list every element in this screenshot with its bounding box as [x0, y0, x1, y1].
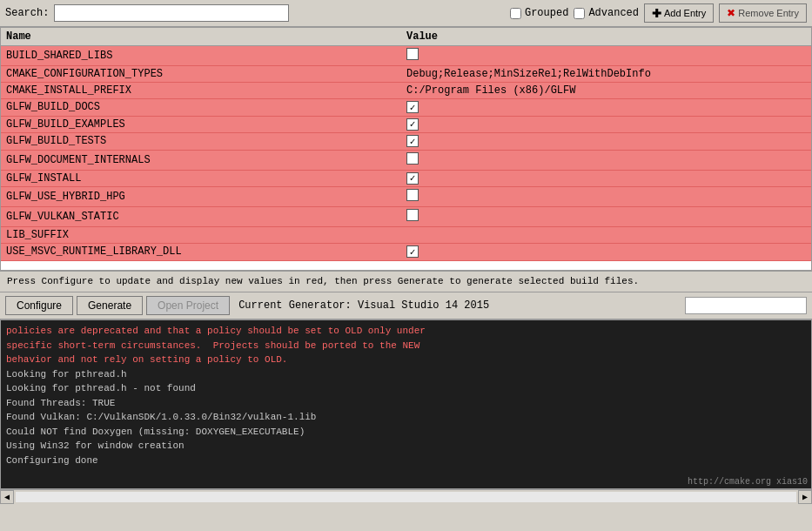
table-cell-name: CMAKE_INSTALL_PREFIX	[1, 83, 401, 99]
table-cell-name: GLFW_BUILD_TESTS	[1, 133, 401, 151]
scroll-track	[16, 492, 796, 502]
table-row[interactable]: GLFW_USE_HYBRID_HPG	[1, 187, 811, 207]
log-line: behavior and not rely on setting a polic…	[6, 353, 806, 367]
table-cell-name: GLFW_USE_HYBRID_HPG	[1, 187, 401, 207]
table-cell-value[interactable]	[401, 116, 811, 133]
table-row[interactable]: CMAKE_CONFIGURATION_TYPESDebug;Release;M…	[1, 66, 811, 83]
table-cell-value[interactable]: Debug;Release;MinSizeRel;RelWithDebInfo	[401, 66, 811, 83]
generator-label: Current Generator: Visual Studio 14 2015	[238, 299, 489, 312]
table-row[interactable]: GLFW_BUILD_DOCS	[1, 99, 811, 117]
log-line: Using Win32 for window creation	[6, 439, 806, 454]
grouped-checkbox[interactable]	[510, 8, 521, 19]
table-cell-value[interactable]	[401, 170, 811, 187]
value-checkbox[interactable]	[406, 245, 419, 258]
grouped-label: Grouped	[525, 7, 568, 19]
col-header-name: Name	[1, 28, 401, 46]
table-row[interactable]: GLFW_BUILD_EXAMPLES	[1, 116, 811, 133]
log-line: Found Threads: TRUE	[6, 396, 806, 411]
table-cell-name: BUILD_SHARED_LIBS	[1, 46, 401, 66]
table-cell-value[interactable]	[401, 46, 811, 66]
table-row[interactable]: USE_MSVC_RUNTIME_LIBRARY_DLL	[1, 244, 811, 261]
generator-search-input[interactable]	[685, 297, 807, 314]
configure-button[interactable]: Configure	[5, 296, 73, 315]
advanced-checkbox[interactable]	[574, 8, 585, 19]
table-cell-name: GLFW_BUILD_EXAMPLES	[1, 116, 401, 133]
table-cell-value[interactable]	[401, 133, 811, 151]
horizontal-scrollbar: ◀ ▶	[0, 489, 812, 503]
log-line: Found Vulkan: C:/VulkanSDK/1.0.33.0/Bin3…	[6, 410, 806, 425]
table-cell-value[interactable]	[401, 187, 811, 207]
table-cell-value[interactable]	[401, 99, 811, 117]
table-cell-name: GLFW_INSTALL	[1, 170, 401, 187]
table-header-row: Name Value	[1, 28, 811, 46]
x-icon: ✖	[727, 7, 735, 19]
log-line: Configuring done	[6, 454, 806, 468]
value-checkbox[interactable]	[406, 48, 419, 60]
table-row[interactable]: LIB_SUFFIX	[1, 227, 811, 244]
action-buttons-row: Configure Generate Open Project Current …	[0, 292, 812, 319]
log-line: policies are deprecated and that a polic…	[6, 324, 806, 339]
table-row[interactable]: GLFW_BUILD_TESTS	[1, 133, 811, 151]
table-row[interactable]: GLFW_VULKAN_STATIC	[1, 207, 811, 227]
table-row[interactable]: BUILD_SHARED_LIBS	[1, 46, 811, 66]
table-cell-value[interactable]	[401, 150, 811, 170]
table-cell-name: GLFW_VULKAN_STATIC	[1, 207, 401, 227]
value-checkbox[interactable]	[406, 118, 419, 131]
table-row[interactable]: CMAKE_INSTALL_PREFIXC:/Program Files (x8…	[1, 83, 811, 99]
advanced-label: Advanced	[588, 7, 639, 19]
watermark: http://cmake.org xias10	[688, 477, 808, 487]
value-checkbox[interactable]	[406, 135, 419, 147]
search-input[interactable]	[54, 4, 289, 22]
remove-entry-button[interactable]: ✖ Remove Entry	[719, 3, 807, 23]
table-cell-value[interactable]: C:/Program Files (x86)/GLFW	[401, 83, 811, 99]
grouped-checkbox-group: Grouped	[510, 7, 568, 19]
log-line: Looking for pthread.h - not found	[6, 381, 806, 396]
table-cell-name: CMAKE_CONFIGURATION_TYPES	[1, 66, 401, 83]
add-entry-button[interactable]: ✚ Add Entry	[644, 3, 714, 23]
table-row[interactable]: GLFW_DOCUMENT_INTERNALS	[1, 150, 811, 170]
log-line: Could NOT find Doxygen (missing: DOXYGEN…	[6, 425, 806, 440]
table-cell-value[interactable]	[401, 227, 811, 244]
value-checkbox[interactable]	[406, 152, 419, 165]
table-cell-name: GLFW_BUILD_DOCS	[1, 99, 401, 117]
log-line: Looking for pthread.h	[6, 367, 806, 382]
table-cell-name: GLFW_DOCUMENT_INTERNALS	[1, 150, 401, 170]
status-bar: Press Configure to update and display ne…	[0, 271, 812, 292]
toolbar: Search: Grouped Advanced ✚ Add Entry ✖ R…	[0, 0, 812, 27]
table-cell-name: LIB_SUFFIX	[1, 227, 401, 244]
cmake-variables-table: Name Value BUILD_SHARED_LIBSCMAKE_CONFIG…	[0, 27, 812, 271]
plus-icon: ✚	[652, 7, 661, 20]
log-line: specific short-term circumstances. Proje…	[6, 339, 806, 353]
value-checkbox[interactable]	[406, 209, 419, 221]
table-cell-value[interactable]	[401, 244, 811, 261]
advanced-checkbox-group: Advanced	[574, 7, 639, 19]
col-header-value: Value	[401, 28, 811, 46]
value-checkbox[interactable]	[406, 101, 419, 113]
value-checkbox[interactable]	[406, 172, 419, 185]
search-label: Search:	[5, 7, 49, 19]
open-project-button[interactable]: Open Project	[146, 296, 230, 315]
table-cell-name: USE_MSVC_RUNTIME_LIBRARY_DLL	[1, 244, 401, 261]
log-output: policies are deprecated and that a polic…	[0, 319, 812, 489]
table-cell-value[interactable]	[401, 207, 811, 227]
status-text: Press Configure to update and display ne…	[7, 276, 639, 286]
scroll-left-button[interactable]: ◀	[0, 490, 14, 504]
table-row[interactable]: GLFW_INSTALL	[1, 170, 811, 187]
value-checkbox[interactable]	[406, 189, 419, 201]
generate-button[interactable]: Generate	[77, 296, 143, 315]
scroll-right-button[interactable]: ▶	[798, 490, 812, 504]
